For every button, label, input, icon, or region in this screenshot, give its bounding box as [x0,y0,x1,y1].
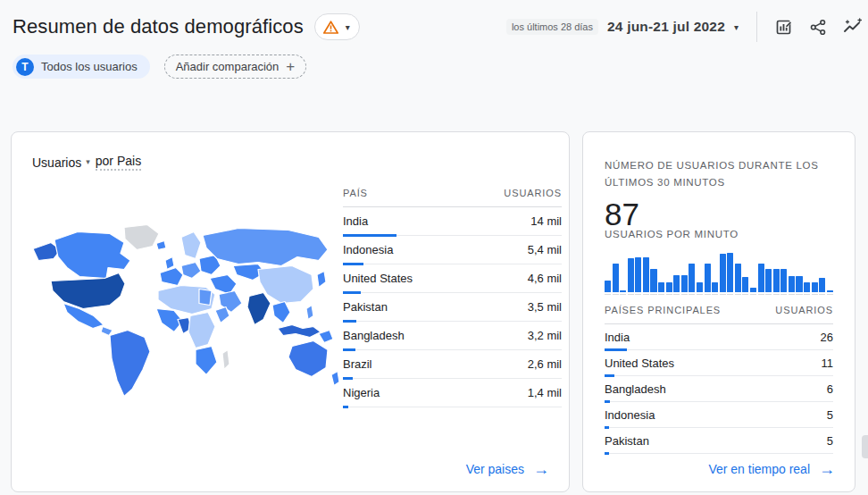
data-quality-dropdown[interactable]: ▾ [314,13,360,40]
minute-bar-slot[interactable] [765,251,772,295]
all-users-chip[interactable]: T Todos los usuarios [13,55,150,79]
minute-tick [773,294,780,296]
table-row[interactable]: India14 mil [343,207,562,236]
minute-bar-slot[interactable] [605,251,611,295]
country-table-rows: India14 milIndonesia5,4 milUnited States… [343,207,562,407]
minute-bar-slot[interactable] [773,251,780,295]
minute-bar-slot[interactable] [758,251,764,295]
table-row[interactable]: Indonesia5 [605,402,833,428]
minute-bar-slot[interactable] [727,251,733,295]
country-name: Bangladesh [605,382,666,396]
minute-bar [735,264,741,292]
minute-bar [689,264,695,292]
minute-bar-slot[interactable] [628,251,634,295]
country-table: PAÍS USUARIOS India14 milIndonesia5,4 mi… [343,188,562,407]
minute-bar-slot[interactable] [658,251,664,295]
dimension-label[interactable]: por Pais [96,154,141,171]
minute-bar-slot[interactable] [673,251,680,295]
minute-bar-slot[interactable] [735,251,741,295]
insights-icon [842,18,863,37]
users-value: 11 [822,357,834,370]
map-southern-africa [196,347,217,375]
minute-bar-slot[interactable] [613,251,619,295]
realtime-user-count: 87 [605,199,833,229]
world-map-choropleth[interactable] [24,222,342,406]
table-row[interactable]: United States11 [605,350,833,376]
table-row[interactable]: Pakistan3,5 mil [343,293,562,322]
add-comparison-chip[interactable]: Añadir comparación + [164,55,307,79]
minute-tick [765,294,772,296]
minute-bar-slot[interactable] [689,251,695,295]
country-name: Brazil [343,357,372,371]
minute-bar [789,276,795,292]
realtime-title: NÚMERO DE USUARIOS DURANTE LOS ÚLTIMOS 3… [605,157,828,191]
minute-bar-slot[interactable] [796,251,802,295]
minute-bar [742,277,748,292]
minute-tick [827,294,833,296]
minute-bar [804,282,810,292]
minute-bar-slot[interactable] [712,251,718,295]
view-realtime-label: Ver en tiempo real [708,462,810,476]
map-central-america [101,327,113,336]
table-row[interactable]: Indonesia5,4 mil [343,236,562,264]
minute-bar [605,281,611,292]
minute-bar-slot[interactable] [804,251,810,295]
minute-tick [643,294,649,296]
minute-tick [620,294,626,296]
minute-bar-slot[interactable] [620,251,626,295]
comparison-chips: T Todos los usuarios Añadir comparación … [13,55,306,79]
table-row[interactable]: Bangladesh3,2 mil [343,322,562,350]
divider [756,12,757,42]
minute-bar-slot[interactable] [742,251,748,295]
metric-dropdown[interactable]: Usuarios ▾ [32,155,90,170]
minute-bar-slot[interactable] [643,251,649,295]
minute-bar-slot[interactable] [720,251,726,295]
table-row[interactable]: Bangladesh6 [605,376,833,402]
minute-bar-slot[interactable] [812,251,818,295]
minute-bar [620,290,626,292]
minute-bar-slot[interactable] [827,251,833,295]
table-row[interactable]: United States4,6 mil [343,264,562,293]
minute-bar [720,254,726,292]
map-russia [203,229,328,266]
insights-button[interactable] [839,14,864,39]
minute-bar-slot[interactable] [650,251,656,295]
minute-bar-slot[interactable] [681,251,688,295]
minute-tick [689,294,695,296]
minute-bar [681,275,688,292]
minute-bar-slot[interactable] [697,251,703,295]
table-row[interactable]: India26 [605,324,833,350]
users-value: 5 [827,434,833,448]
map-japan [317,272,326,288]
minute-tick [780,294,787,296]
minute-bar-slot[interactable] [705,251,711,295]
users-per-minute-chart[interactable] [605,251,833,295]
caret-down-icon: ▾ [86,158,90,166]
date-range-value[interactable]: 24 jun-21 jul 2022 [607,19,725,35]
minute-bar-slot[interactable] [819,251,825,295]
minute-bar-slot[interactable] [789,251,795,295]
minute-bar [705,264,711,292]
minute-bar [727,253,733,292]
minute-tick [758,294,764,296]
view-countries-link[interactable]: Ver paises → [466,461,549,477]
table-row[interactable]: Pakistan5 [605,428,833,454]
map-central-africa [188,313,215,348]
row-value-bar [605,452,609,455]
view-realtime-link[interactable]: Ver en tiempo real → [708,461,835,477]
scrollbar-thumb[interactable] [862,435,868,458]
users-by-country-card: Usuarios ▾ por Pais [11,131,570,492]
table-row[interactable]: Nigeria1,4 mil [343,379,562,407]
minute-bar-slot[interactable] [666,251,672,295]
caret-down-icon[interactable]: ▾ [734,22,739,32]
map-india [247,293,271,325]
table-row[interactable]: Brazil2,6 mil [343,350,562,379]
top-countries-rows: India26United States11Bangladesh6Indones… [605,324,833,454]
share-button[interactable] [805,14,830,39]
users-value: 1,4 mil [528,386,562,399]
minute-bar-slot[interactable] [750,251,756,295]
customize-report-button[interactable] [772,14,797,39]
minute-tick [812,294,818,296]
minute-bar-slot[interactable] [780,251,787,295]
minute-bar-slot[interactable] [635,251,641,295]
